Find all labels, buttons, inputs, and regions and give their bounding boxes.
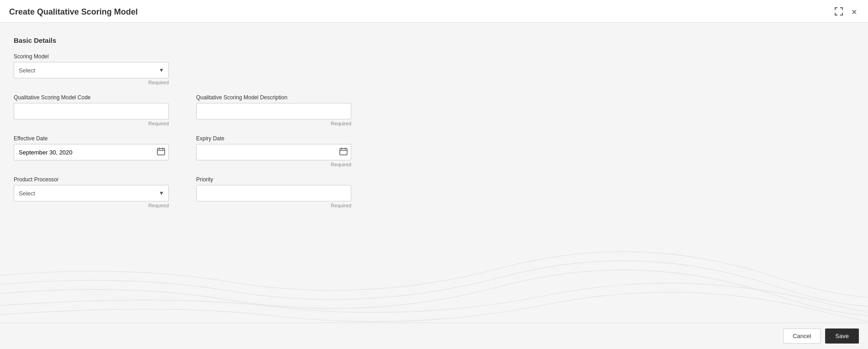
qualitative-description-input[interactable] xyxy=(196,103,351,119)
expiry-date-wrapper xyxy=(196,144,351,160)
product-processor-group: Product Processor Select ▼ Required xyxy=(14,176,169,208)
scoring-model-select-wrapper: Select ▼ xyxy=(14,62,169,78)
qualitative-description-group: Qualitative Scoring Model Description Re… xyxy=(196,94,351,126)
effective-date-wrapper xyxy=(14,144,169,160)
product-processor-select-wrapper: Select ▼ xyxy=(14,185,169,201)
priority-input[interactable] xyxy=(196,185,351,201)
qualitative-code-group: Qualitative Scoring Model Code Required xyxy=(14,94,169,126)
qualitative-code-required: Required xyxy=(14,121,169,126)
section-title: Basic Details xyxy=(14,36,854,44)
header-icons: ✕ xyxy=(833,6,859,18)
expiry-date-required: Required xyxy=(196,162,351,167)
close-icon[interactable]: ✕ xyxy=(849,8,859,17)
expiry-date-label: Expiry Date xyxy=(196,135,351,142)
effective-date-calendar-icon[interactable] xyxy=(157,147,165,157)
modal-title: Create Qualitative Scoring Model xyxy=(9,7,138,17)
scoring-model-group: Scoring Model Select ▼ Required xyxy=(14,53,169,85)
svg-rect-24 xyxy=(340,149,347,155)
modal-footer: Cancel Save xyxy=(0,323,868,349)
priority-required: Required xyxy=(196,203,351,208)
product-processor-required: Required xyxy=(14,203,169,208)
expiry-date-input[interactable] xyxy=(196,144,351,160)
priority-group: Priority Required xyxy=(196,176,351,208)
svg-rect-15 xyxy=(157,149,165,155)
cancel-button[interactable]: Cancel xyxy=(783,328,821,344)
qualitative-code-input[interactable] xyxy=(14,103,169,119)
scoring-model-select[interactable]: Select xyxy=(14,62,169,78)
qualitative-code-label: Qualitative Scoring Model Code xyxy=(14,94,169,101)
qualitative-description-label: Qualitative Scoring Model Description xyxy=(196,94,351,101)
effective-date-input[interactable] xyxy=(14,144,169,160)
effective-date-label: Effective Date xyxy=(14,135,169,142)
expand-icon[interactable] xyxy=(833,6,845,18)
scoring-model-required: Required xyxy=(14,80,169,85)
modal-container: Create Qualitative Scoring Model ✕ .wave… xyxy=(0,0,868,349)
priority-label: Priority xyxy=(196,176,351,183)
product-processor-label: Product Processor xyxy=(14,176,169,183)
expiry-date-group: Expiry Date xyxy=(196,135,351,167)
modal-header: Create Qualitative Scoring Model ✕ xyxy=(0,0,868,23)
code-description-row: Qualitative Scoring Model Code Required … xyxy=(14,94,854,135)
effective-date-group: Effective Date xyxy=(14,135,169,167)
modal-body: .wave { fill: none; stroke: #aaa; stroke… xyxy=(0,23,868,323)
scoring-model-label: Scoring Model xyxy=(14,53,169,60)
qualitative-description-required: Required xyxy=(196,121,351,126)
expiry-date-calendar-icon[interactable] xyxy=(339,147,348,157)
dates-row: Effective Date xyxy=(14,135,854,176)
processor-priority-row: Product Processor Select ▼ Required Prio… xyxy=(14,176,854,217)
save-button[interactable]: Save xyxy=(825,328,859,344)
product-processor-select[interactable]: Select xyxy=(14,185,169,201)
